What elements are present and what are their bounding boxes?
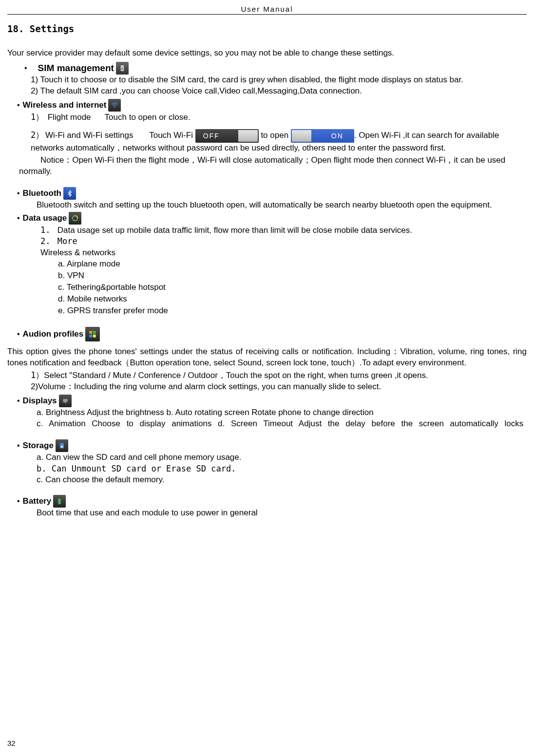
bluetooth-row: • Bluetooth (17, 187, 527, 200)
battery-label: Battery (23, 496, 52, 506)
wifi-notice: Notice：Open Wi-Fi then the flight mode，W… (19, 155, 527, 177)
section-title: 18. Settings (7, 23, 527, 34)
battery-icon (53, 495, 66, 508)
sim-label: SIM management (38, 63, 114, 74)
wireless-icon (108, 99, 121, 112)
storage-icon (56, 439, 68, 452)
svg-rect-5 (93, 331, 96, 334)
toggle-off[interactable]: OFF (195, 129, 259, 143)
storage-b: b. Can Unmount SD card or Erase SD card. (7, 463, 527, 474)
bluetooth-label: Bluetooth (23, 189, 61, 198)
bullet-dot: • (17, 214, 20, 223)
flight-mode-row: 1） Flight mode Touch to open or close. (31, 112, 527, 123)
storage-a: a. Can view the SD card and cell phone m… (7, 452, 527, 463)
sim-p2: 2) The default SIM card ,you can choose … (31, 86, 527, 97)
audio-row: • Audion profiles (17, 327, 527, 341)
audio-label: Audion profiles (23, 329, 84, 339)
more-e: e. GPRS transfer prefer mode (58, 305, 527, 317)
svg-rect-8 (63, 399, 67, 402)
wireless-networks-heading: Wireless & networks (7, 247, 527, 259)
displays-line2: c. Animation Choose to display animation… (7, 418, 527, 430)
displays-label: Displays (23, 396, 57, 406)
svg-rect-1 (121, 68, 123, 70)
more-b: b. VPN (58, 270, 527, 282)
more-a: a. Airplane mode (58, 259, 527, 270)
audio-icon (85, 327, 100, 341)
sim-row: • SIM management (24, 62, 527, 75)
data-more: 2. More (7, 236, 527, 247)
bullet-dot: • (17, 497, 20, 506)
bullet-dot: • (17, 441, 20, 450)
svg-rect-9 (64, 402, 66, 403)
bullet-dot: • (17, 189, 20, 198)
bullet-dot: • (24, 64, 27, 73)
audio-s1: 1）Select "Standard / Mute / Conference /… (31, 370, 527, 381)
data-usage-1: 1. Data usage set up mobile data traffic… (7, 225, 527, 236)
bullet-dot: • (17, 330, 20, 339)
svg-rect-11 (58, 499, 61, 505)
doc-header: User Manual (7, 5, 527, 13)
svg-rect-4 (90, 331, 93, 334)
bullet-dot: • (17, 101, 20, 110)
storage-row: • Storage (17, 439, 527, 452)
audio-s2: 2)Volume：Including the ring volume and a… (31, 381, 527, 393)
svg-rect-10 (61, 446, 63, 447)
wifi-row: 2）Wi-Fi and Wi-Fi settings Touch Wi-Fi O… (31, 129, 527, 154)
svg-rect-7 (93, 335, 96, 338)
sim-icon (116, 62, 129, 75)
page-number: 32 (7, 739, 16, 747)
wireless-label: Wireless and internet (23, 100, 107, 110)
storage-label: Storage (23, 441, 54, 451)
bluetooth-icon (63, 187, 76, 200)
more-c: c. Tethering&portable hotspot (58, 282, 527, 293)
svg-rect-6 (90, 335, 93, 338)
audio-p1: This option gives the phone tones' setti… (7, 346, 527, 369)
bluetooth-text: Bluetooth switch and setting up the touc… (37, 200, 527, 211)
more-d: d. Mobile networks (58, 294, 527, 305)
svg-point-2 (114, 106, 115, 108)
data-usage-label: Data usage (23, 213, 67, 223)
data-usage-row: • Data usage (17, 212, 527, 225)
displays-line1: a. Brightness Adjust the brightness b. A… (7, 407, 527, 418)
wireless-row: • Wireless and internet (17, 99, 527, 112)
svg-rect-12 (59, 498, 60, 499)
toggle-on[interactable]: ON (291, 129, 354, 143)
data-usage-icon (69, 212, 81, 225)
sim-p1: 1) Touch it to choose or to disable the … (7, 75, 527, 86)
intro-text: Your service provider may default some d… (7, 48, 527, 59)
header-rule (7, 14, 527, 15)
battery-row: • Battery (17, 495, 527, 508)
displays-row: • Displays (17, 395, 527, 407)
storage-c: c. Can choose the default memory. (7, 474, 527, 486)
displays-icon (59, 395, 72, 407)
bullet-dot: • (17, 397, 20, 405)
battery-text: Boot time that use and each module to us… (7, 508, 527, 519)
